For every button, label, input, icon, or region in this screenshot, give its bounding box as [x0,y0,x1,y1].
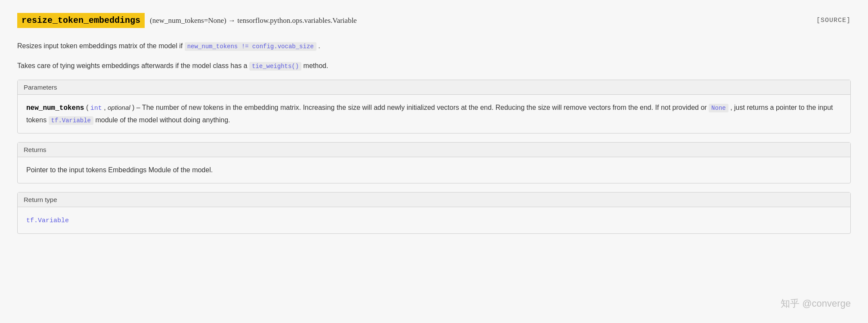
arrow: → [228,16,237,25]
desc1-code: new_num_tokens != config.vocab_size [185,42,316,51]
watermark: 知乎 @converge [781,297,851,310]
param-desc-after: module of the model without doing anythi… [95,116,230,124]
returns-body: Pointer to the input tokens Embeddings M… [18,157,850,183]
desc2-code: tie_weights() [249,62,301,71]
param-comma: , [104,104,108,111]
desc1-after: . [318,42,320,50]
description-2: Takes care of tying weights embeddings a… [17,60,851,72]
returns-text: Pointer to the input tokens Embeddings M… [26,166,213,174]
param-dash: – [136,104,142,111]
param-close-paren: ) [132,104,134,111]
desc1-before: Resizes input token embeddings matrix of… [17,42,185,50]
function-signature: (new_num_tokens=None) → tensorflow.pytho… [150,16,357,25]
return-type-section: Return type tf.Variable [17,192,851,234]
return-type-value: tf.Variable [26,217,69,224]
source-link[interactable]: [SOURCE] [816,17,851,24]
param-open-paren: ( [86,104,90,111]
return-type-header: Return type [18,193,850,207]
param-name: new_num_tokens [26,104,84,112]
returns-header: Returns [18,143,850,157]
description-1: Resizes input token embeddings matrix of… [17,40,851,52]
parameters-header: Parameters [18,80,850,95]
returns-section: Returns Pointer to the input tokens Embe… [17,142,851,183]
signature-params: (new_num_tokens=None) [150,16,226,25]
param-tf-code: tf.Variable [49,116,93,125]
function-header: resize_token_embeddings (new_num_tokens=… [17,13,851,28]
param-optional: optional [108,104,130,111]
param-type: int [90,105,102,112]
return-sig: tensorflow.python.ops.variables.Variable [237,16,356,25]
param-desc-before: The number of new tokens in the embeddin… [142,104,709,111]
return-type-body: tf.Variable [18,207,850,233]
desc2-before: Takes care of tying weights embeddings a… [17,62,249,69]
function-name: resize_token_embeddings [17,13,145,28]
desc2-after: method. [304,62,329,69]
param-none-code: None [709,104,728,112]
parameters-section: Parameters new_num_tokens ( int , option… [17,80,851,134]
parameters-body: new_num_tokens ( int , optional ) – The … [18,95,850,133]
